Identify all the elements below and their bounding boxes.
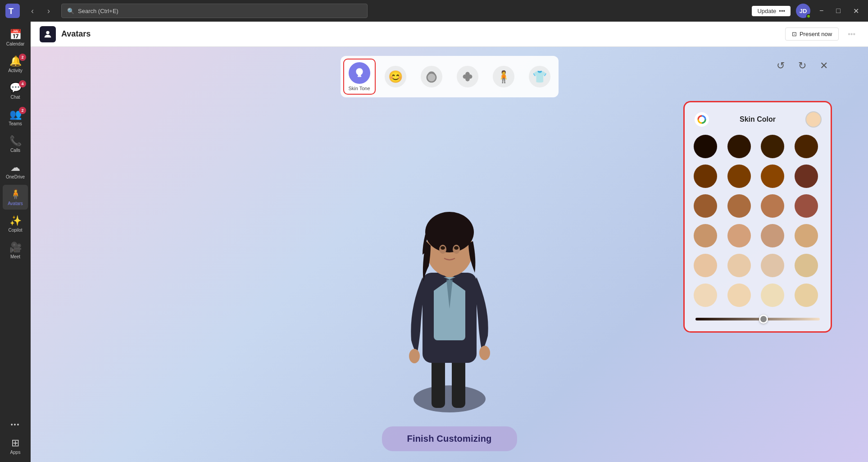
sidebar-item-more[interactable]: ••• bbox=[3, 417, 28, 432]
sidebar-label-apps: Apps bbox=[10, 450, 21, 455]
title-bar-right: Update ••• JD − □ ✕ bbox=[752, 4, 863, 18]
redo-button[interactable]: ↻ bbox=[794, 58, 810, 74]
calendar-icon: 📅 bbox=[9, 29, 22, 41]
skin-tone-slider[interactable] bbox=[695, 318, 820, 320]
finish-label: Finish Customizing bbox=[407, 434, 491, 444]
more-icon: ••• bbox=[11, 421, 20, 428]
color-swatch-15[interactable] bbox=[795, 224, 818, 247]
outfit-icon: 👕 bbox=[529, 66, 550, 87]
sidebar-label-chat: Chat bbox=[10, 95, 20, 100]
color-swatch-13[interactable] bbox=[727, 224, 751, 247]
selected-color-swatch bbox=[805, 111, 822, 128]
present-now-button[interactable]: ⊡ Present now bbox=[785, 27, 839, 41]
calls-icon: 📞 bbox=[9, 135, 22, 147]
color-swatch-22[interactable] bbox=[761, 284, 784, 307]
search-bar[interactable]: 🔍 Search (Ctrl+E) bbox=[61, 4, 368, 18]
color-swatch-2[interactable] bbox=[761, 135, 784, 158]
sidebar-label-copilot: Copilot bbox=[8, 228, 22, 233]
color-swatch-20[interactable] bbox=[694, 284, 717, 307]
content-area: Avatars ⊡ Present now ••• bbox=[31, 22, 868, 462]
toolbar-item-pose[interactable]: 🧍 bbox=[487, 59, 520, 95]
color-swatch-19[interactable] bbox=[795, 254, 818, 277]
sidebar-item-copilot[interactable]: ✨ Copilot bbox=[3, 211, 28, 236]
search-placeholder: Search (Ctrl+E) bbox=[78, 8, 118, 14]
color-swatch-8[interactable] bbox=[694, 194, 717, 218]
minimize-button[interactable]: − bbox=[816, 5, 827, 17]
svg-point-2 bbox=[46, 31, 49, 34]
color-swatch-6[interactable] bbox=[761, 165, 784, 188]
color-swatch-0[interactable] bbox=[694, 135, 717, 158]
hair-icon bbox=[421, 66, 442, 87]
color-swatch-17[interactable] bbox=[727, 254, 751, 277]
color-swatch-12[interactable] bbox=[694, 224, 717, 247]
back-button[interactable]: ‹ bbox=[25, 4, 40, 18]
skin-tone-icon bbox=[349, 62, 370, 84]
sidebar-item-onedrive[interactable]: ☁ OneDrive bbox=[3, 158, 28, 183]
slider-container bbox=[694, 314, 822, 322]
color-swatch-14[interactable] bbox=[761, 224, 784, 247]
svg-point-10 bbox=[465, 74, 470, 79]
avatar-figure bbox=[377, 183, 522, 435]
sidebar-item-teams[interactable]: 👥 Teams 2 bbox=[3, 105, 28, 130]
color-swatch-21[interactable] bbox=[727, 284, 751, 307]
sidebar-item-chat[interactable]: 💬 Chat 4 bbox=[3, 78, 28, 103]
skin-panel-header: Skin Color bbox=[694, 111, 822, 128]
nav-buttons: ‹ › bbox=[25, 4, 56, 18]
forward-button[interactable]: › bbox=[41, 4, 56, 18]
sidebar-label-calls: Calls bbox=[10, 148, 20, 153]
color-swatch-4[interactable] bbox=[694, 165, 717, 188]
sidebar: 📅 Calendar 🔔 Activity 2 💬 Chat 4 👥 Teams… bbox=[0, 22, 31, 462]
avatars-header-icon bbox=[40, 26, 56, 42]
chat-badge: 4 bbox=[19, 80, 26, 87]
svg-point-26 bbox=[479, 346, 490, 360]
svg-point-5 bbox=[427, 73, 435, 81]
svg-point-11 bbox=[414, 385, 486, 412]
sidebar-label-avatars: Avatars bbox=[8, 201, 23, 206]
copilot-icon: ✨ bbox=[9, 215, 22, 227]
sidebar-item-meet[interactable]: 🎥 Meet bbox=[3, 238, 28, 263]
user-avatar[interactable]: JD bbox=[796, 4, 810, 18]
customization-toolbar: Skin Tone 😊 bbox=[341, 56, 559, 97]
sidebar-label-teams: Teams bbox=[9, 121, 22, 126]
toolbar-item-body[interactable] bbox=[451, 59, 484, 95]
sidebar-item-activity[interactable]: 🔔 Activity 2 bbox=[3, 52, 28, 77]
toolbar-item-skin-tone[interactable]: Skin Tone bbox=[343, 59, 376, 95]
toolbar-item-hair[interactable] bbox=[415, 59, 448, 95]
present-icon: ⊡ bbox=[792, 31, 797, 37]
present-label: Present now bbox=[800, 31, 832, 37]
color-swatch-18[interactable] bbox=[761, 254, 784, 277]
color-swatch-1[interactable] bbox=[727, 135, 751, 158]
toolbar-item-outfit[interactable]: 👕 bbox=[523, 59, 556, 95]
sidebar-item-calendar[interactable]: 📅 Calendar bbox=[3, 25, 28, 50]
color-swatch-3[interactable] bbox=[795, 135, 818, 158]
svg-rect-3 bbox=[357, 76, 361, 77]
color-swatch-23[interactable] bbox=[795, 284, 818, 307]
avatars-icon: 🧍 bbox=[9, 188, 22, 200]
svg-point-24 bbox=[454, 246, 459, 250]
svg-point-20 bbox=[425, 212, 474, 252]
sidebar-item-avatars[interactable]: 🧍 Avatars bbox=[3, 185, 28, 210]
sidebar-item-calls[interactable]: 📞 Calls bbox=[3, 132, 28, 156]
color-swatch-10[interactable] bbox=[761, 194, 784, 218]
meet-icon: 🎥 bbox=[9, 242, 22, 253]
undo-button[interactable]: ↺ bbox=[773, 58, 789, 74]
pose-icon: 🧍 bbox=[493, 66, 514, 87]
maximize-button[interactable]: □ bbox=[832, 5, 844, 17]
sidebar-item-apps[interactable]: ⊞ Apps bbox=[3, 434, 28, 458]
color-swatch-9[interactable] bbox=[727, 194, 751, 218]
header-more-button[interactable]: ••• bbox=[844, 28, 859, 40]
close-editor-button[interactable]: ✕ bbox=[816, 58, 832, 74]
close-button[interactable]: ✕ bbox=[850, 5, 863, 17]
update-button[interactable]: Update ••• bbox=[752, 6, 791, 16]
color-swatch-11[interactable] bbox=[795, 194, 818, 218]
finish-customizing-button[interactable]: Finish Customizing bbox=[382, 426, 517, 451]
color-swatch-5[interactable] bbox=[727, 165, 751, 188]
toolbar-item-face[interactable]: 😊 bbox=[379, 59, 412, 95]
activity-badge: 2 bbox=[19, 54, 26, 61]
color-swatch-7[interactable] bbox=[795, 165, 818, 188]
skin-tone-label: Skin Tone bbox=[348, 86, 370, 91]
color-swatch-16[interactable] bbox=[694, 254, 717, 277]
svg-point-23 bbox=[441, 246, 445, 250]
title-bar: T ‹ › 🔍 Search (Ctrl+E) Update ••• JD − … bbox=[0, 0, 868, 22]
header-right: ⊡ Present now ••• bbox=[785, 27, 859, 41]
